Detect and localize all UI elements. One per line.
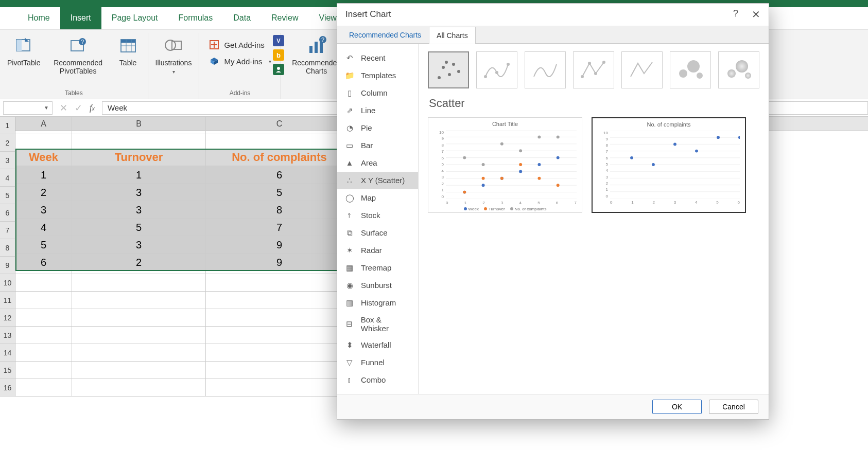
chart-type-surface[interactable]: ⧉Surface bbox=[337, 224, 418, 242]
my-addins-button[interactable]: My Add-ins ▾ bbox=[206, 55, 273, 68]
svg-point-30 bbox=[581, 75, 584, 78]
tab-home[interactable]: Home bbox=[18, 7, 60, 29]
row-header[interactable]: 1 bbox=[0, 117, 15, 134]
dialog-title-text: Insert Chart bbox=[345, 9, 391, 20]
ok-button[interactable]: OK bbox=[652, 400, 702, 414]
table-header-complaints[interactable]: No. of complaints bbox=[206, 149, 353, 166]
svg-point-54 bbox=[519, 170, 522, 173]
chart-type-area[interactable]: ▲Area bbox=[337, 154, 418, 172]
chart-type-column[interactable]: ▯Column bbox=[337, 84, 418, 102]
my-addins-label: My Add-ins bbox=[224, 57, 262, 66]
row-header[interactable]: 14 bbox=[0, 344, 15, 362]
svg-text:?: ? bbox=[81, 39, 84, 45]
chart-type-stock[interactable]: ⫯Stock bbox=[337, 207, 418, 224]
chart-type-combo[interactable]: ⫿Combo bbox=[337, 371, 418, 389]
row-header[interactable]: 2 bbox=[0, 134, 15, 152]
row-header[interactable]: 4 bbox=[0, 169, 15, 187]
people-icon[interactable] bbox=[273, 64, 284, 75]
table-icon bbox=[117, 35, 139, 57]
pivottable-icon bbox=[13, 35, 34, 57]
dialog-titlebar: Insert Chart ? ✕ bbox=[337, 4, 769, 26]
svg-rect-11 bbox=[172, 41, 181, 49]
svg-point-24 bbox=[452, 63, 455, 66]
subtype-scatter[interactable] bbox=[428, 51, 469, 88]
chart-type-waterfall[interactable]: ⬍Waterfall bbox=[337, 336, 418, 354]
row-header[interactable]: 16 bbox=[0, 379, 15, 397]
cancel-formula-icon[interactable]: ✕ bbox=[60, 102, 67, 114]
table-header-turnover[interactable]: Turnover bbox=[72, 149, 206, 166]
tab-data[interactable]: Data bbox=[223, 7, 261, 29]
name-box[interactable]: ▼ bbox=[3, 101, 53, 115]
svg-point-37 bbox=[727, 69, 736, 78]
tab-formulas[interactable]: Formulas bbox=[168, 7, 223, 29]
chevron-down-icon: ▾ bbox=[269, 59, 271, 64]
row-header[interactable]: 12 bbox=[0, 309, 15, 327]
chart-type-treemap[interactable]: ▦Treemap bbox=[337, 259, 418, 277]
chart-type-box-whisker[interactable]: ⊟Box & Whisker bbox=[337, 312, 418, 336]
recommended-pivottables-icon: ? bbox=[67, 35, 89, 57]
chart-type-histogram[interactable]: ▥Histogram bbox=[337, 294, 418, 312]
table-header-week[interactable]: Week bbox=[15, 149, 72, 166]
table-button[interactable]: Table bbox=[116, 35, 141, 67]
close-icon[interactable]: ✕ bbox=[752, 8, 760, 21]
tab-review[interactable]: Review bbox=[261, 7, 308, 29]
table-row: 116 bbox=[15, 166, 353, 184]
chart-type-recent[interactable]: ↶Recent bbox=[337, 49, 418, 67]
bing-icon[interactable]: b bbox=[273, 49, 284, 61]
row-header[interactable]: 13 bbox=[0, 327, 15, 344]
visio-icon[interactable]: V bbox=[273, 35, 284, 46]
row-header[interactable]: 11 bbox=[0, 292, 15, 309]
tab-all-charts[interactable]: All Charts bbox=[429, 27, 476, 44]
shapes-icon bbox=[163, 35, 184, 57]
fx-icon[interactable]: fx bbox=[90, 103, 95, 113]
pivottable-button[interactable]: PivotTable bbox=[7, 35, 41, 67]
svg-point-27 bbox=[484, 75, 487, 78]
chart-type-funnel[interactable]: ▽Funnel bbox=[337, 354, 418, 371]
help-icon[interactable]: ? bbox=[733, 8, 738, 21]
row-header[interactable]: 7 bbox=[0, 222, 15, 239]
illustrations-button[interactable]: Illustrations ▾ bbox=[155, 35, 192, 75]
row-header[interactable]: 6 bbox=[0, 204, 15, 222]
recommended-pivottables-button[interactable]: ? Recommended PivotTables bbox=[50, 35, 107, 75]
chart-type-pie[interactable]: ◔Pie bbox=[337, 119, 418, 137]
chart-type-icon: ▭ bbox=[344, 140, 355, 151]
subtype-bubble[interactable] bbox=[670, 51, 711, 88]
cancel-button[interactable]: Cancel bbox=[709, 400, 758, 414]
subtype-bubble-3d[interactable] bbox=[718, 51, 759, 88]
row-header[interactable]: 3 bbox=[0, 152, 15, 169]
chart-type-x-y-scatter-[interactable]: ∴X Y (Scatter) bbox=[337, 172, 418, 189]
subtype-scatter-smooth-markers[interactable] bbox=[476, 51, 517, 88]
svg-point-65 bbox=[500, 142, 504, 145]
get-addins-button[interactable]: Get Add-ins bbox=[206, 38, 273, 51]
subtype-scatter-lines-markers[interactable] bbox=[573, 51, 614, 88]
row-header[interactable]: 10 bbox=[0, 274, 15, 292]
chart-subtype-row bbox=[428, 51, 759, 88]
subtype-scatter-smooth[interactable] bbox=[525, 51, 566, 88]
chart-preview-1[interactable]: Chart Title 012345678910 01234567 Week T… bbox=[428, 117, 582, 213]
chart-type-map[interactable]: ◯Map bbox=[337, 189, 418, 207]
chart-type-sunburst[interactable]: ◉Sunburst bbox=[337, 277, 418, 294]
svg-point-61 bbox=[537, 176, 541, 179]
chart-type-templates[interactable]: 📁Templates bbox=[337, 67, 418, 84]
table-header-row: Week Turnover No. of complaints bbox=[15, 149, 353, 166]
chart-type-bar[interactable]: ▭Bar bbox=[337, 137, 418, 154]
svg-rect-17 bbox=[315, 42, 318, 53]
row-header[interactable]: 5 bbox=[0, 187, 15, 204]
accept-formula-icon[interactable]: ✓ bbox=[75, 102, 82, 114]
tab-insert[interactable]: Insert bbox=[60, 7, 101, 29]
subtype-scatter-lines[interactable] bbox=[621, 51, 663, 88]
chart-type-radar[interactable]: ✶Radar bbox=[337, 242, 418, 259]
tab-page-layout[interactable]: Page Layout bbox=[101, 7, 168, 29]
svg-point-55 bbox=[537, 163, 541, 166]
chart-preview-2[interactable]: No. of complaints 012345678910 0123456 bbox=[592, 117, 746, 213]
row-header[interactable]: 8 bbox=[0, 239, 15, 257]
chart-type-icon: ◯ bbox=[344, 193, 355, 203]
row-header[interactable]: 15 bbox=[0, 362, 15, 379]
row-header[interactable]: 9 bbox=[0, 257, 15, 274]
tab-recommended-charts[interactable]: Recommended Charts bbox=[341, 26, 429, 43]
chart-type-icon: 📁 bbox=[344, 70, 355, 81]
chart-type-line[interactable]: ⇗Line bbox=[337, 102, 418, 119]
insert-chart-dialog: Insert Chart ? ✕ Recommended Charts All … bbox=[337, 3, 769, 420]
svg-point-57 bbox=[463, 190, 466, 193]
chevron-down-icon[interactable]: ▼ bbox=[44, 105, 49, 111]
